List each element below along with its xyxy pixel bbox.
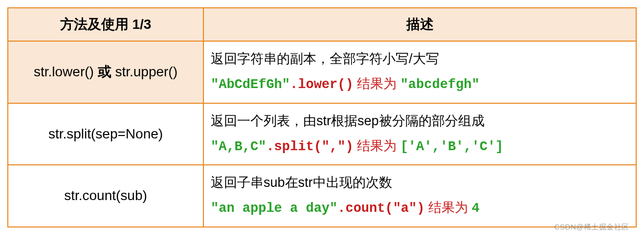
desc-line1: 返回一个列表，由str根据sep被分隔的部分组成 — [211, 109, 629, 134]
code-string: "an apple a day" — [211, 201, 337, 216]
method-text-pre: str.split(sep=None) — [48, 126, 163, 141]
result-value: "abcdefgh" — [400, 77, 480, 92]
table-row: str.count(sub) 返回子串sub在str中出现的次数 "an app… — [8, 165, 636, 227]
method-text-pre: str.lower() — [34, 64, 98, 79]
result-value: 4 — [472, 201, 480, 216]
method-text-bold: 或 — [98, 64, 111, 79]
code-string: "A,B,C" — [211, 139, 266, 154]
method-text-post: str.upper() — [111, 64, 178, 79]
desc-cell: 返回字符串的副本，全部字符小写/大写 "AbCdEfGh".lower() 结果… — [203, 41, 636, 103]
watermark-text: CSDN@稀土掘金社区 — [555, 223, 629, 232]
methods-table: 方法及使用 1/3 描述 str.lower() 或 str.upper() 返… — [7, 7, 637, 227]
method-text-pre: str.count(sub) — [64, 188, 147, 203]
header-method: 方法及使用 1/3 — [8, 8, 203, 41]
header-description: 描述 — [203, 8, 636, 41]
desc-line1: 返回子串sub在str中出现的次数 — [211, 170, 629, 195]
code-call: .count("a") — [337, 201, 424, 216]
desc-code-line: "A,B,C".split(",") 结果为 ['A','B','C'] — [211, 134, 629, 159]
desc-cell: 返回子串sub在str中出现的次数 "an apple a day".count… — [203, 165, 636, 227]
code-string: "AbCdEfGh" — [211, 77, 290, 92]
result-label: 结果为 — [424, 200, 471, 215]
result-value: ['A','B','C'] — [400, 139, 504, 154]
desc-code-line: "AbCdEfGh".lower() 结果为 "abcdefgh" — [211, 71, 629, 97]
table-header-row: 方法及使用 1/3 描述 — [8, 8, 636, 41]
method-cell: str.lower() 或 str.upper() — [8, 41, 203, 103]
result-label: 结果为 — [354, 76, 400, 91]
result-label: 结果为 — [354, 138, 400, 153]
desc-cell: 返回一个列表，由str根据sep被分隔的部分组成 "A,B,C".split("… — [203, 103, 636, 165]
code-call: .split(",") — [266, 139, 353, 154]
method-cell: str.count(sub) — [8, 165, 203, 227]
code-call: .lower() — [290, 77, 354, 92]
desc-code-line: "an apple a day".count("a") 结果为 4 — [211, 195, 629, 221]
table-row: str.split(sep=None) 返回一个列表，由str根据sep被分隔的… — [8, 103, 636, 165]
method-cell: str.split(sep=None) — [8, 103, 203, 165]
desc-line1: 返回字符串的副本，全部字符小写/大写 — [211, 46, 629, 71]
table-row: str.lower() 或 str.upper() 返回字符串的副本，全部字符小… — [8, 41, 636, 103]
